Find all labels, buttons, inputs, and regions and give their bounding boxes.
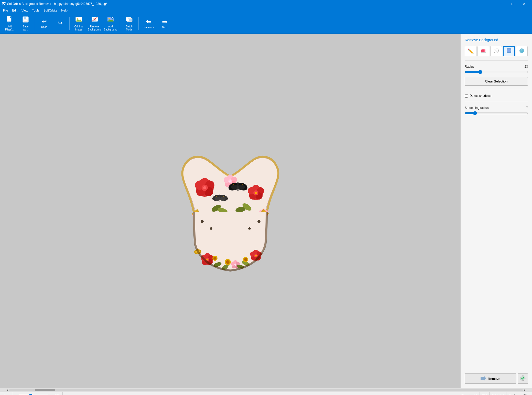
scroll-right-button[interactable]: ▶ [523, 388, 527, 392]
svg-point-16 [108, 18, 110, 19]
add-file-button[interactable]: + Add File(s)... [2, 15, 17, 32]
dimensions-label: 1280x848 [492, 394, 504, 395]
smoothing-label: Smoothing radius [465, 106, 488, 110]
svg-point-115 [226, 260, 230, 264]
remove-bg-icon [91, 16, 98, 24]
smoothing-slider[interactable] [465, 111, 528, 115]
dimensions-section: 1280x848 [490, 392, 506, 395]
svg-point-99 [255, 255, 257, 257]
divider-3 [465, 102, 528, 102]
scroll-track[interactable] [9, 389, 523, 391]
scrollbar-area: ◀ ▶ [0, 388, 532, 392]
magic-erase-button[interactable] [516, 46, 528, 56]
view-controls: ⊞ ▭ [2, 392, 12, 395]
tool-buttons: ✏️ [465, 46, 528, 56]
erase-brush-icon [481, 48, 486, 55]
undo-redo-button[interactable]: ↪ [52, 15, 68, 32]
action-icons: ℹ ⬇ ↑ 🎬 [506, 392, 530, 395]
undo-icon: ↩ [42, 18, 47, 25]
undo-button[interactable]: ↩ Undo [37, 15, 52, 32]
original-image-button[interactable]: Original Image [71, 15, 86, 32]
canvas-area[interactable] [0, 34, 460, 388]
format-section: JPG [480, 392, 490, 395]
add-bg-icon [107, 16, 114, 24]
menu-bar: File Edit View Tools SoftOrbits Help [0, 8, 532, 13]
detect-shadows-row: Detect shadows [465, 94, 528, 98]
smoothing-section: Smoothing radius 7 [465, 106, 528, 115]
menu-softorbits[interactable]: SoftOrbits [41, 8, 59, 13]
svg-point-47 [233, 184, 234, 185]
menu-edit[interactable]: Edit [10, 8, 19, 13]
zoom-in-button[interactable]: ＋ [50, 394, 53, 395]
divider-2 [465, 90, 528, 90]
time-label: Time (s): [461, 394, 472, 395]
video-icon[interactable]: 🎬 [523, 394, 527, 395]
svg-point-48 [242, 184, 243, 185]
toolbar-sep-2 [69, 17, 70, 30]
remove-background-button[interactable]: Remove Background [87, 15, 102, 32]
add-bg-label: Add Background [104, 25, 117, 31]
next-label: Next [162, 26, 168, 29]
svg-point-91 [206, 259, 208, 261]
share-icon[interactable]: ↑ [519, 394, 520, 395]
svg-point-41 [229, 180, 231, 182]
svg-line-124 [495, 49, 498, 52]
menu-tools[interactable]: Tools [30, 8, 41, 13]
svg-point-10 [77, 18, 78, 19]
svg-point-62 [255, 192, 257, 194]
main-area: Remove Background ✏️ [0, 34, 532, 388]
svg-point-117 [213, 257, 216, 260]
batch-mode-button[interactable]: Batch Mode [122, 15, 137, 32]
save-as-button[interactable]: Save as... [18, 15, 33, 32]
eraser-button[interactable] [490, 46, 502, 56]
panel-title: Remove Background [465, 38, 528, 42]
go-button[interactable] [518, 373, 528, 384]
radius-slider[interactable] [465, 70, 528, 74]
next-button[interactable]: ➡ Next [158, 15, 172, 32]
scroll-thumb[interactable] [35, 389, 55, 391]
svg-text:+: + [8, 22, 9, 23]
menu-help[interactable]: Help [59, 8, 70, 13]
keep-brush-icon: ✏️ [468, 48, 474, 54]
remove-button[interactable]: Remove [465, 373, 516, 384]
info-icon[interactable]: ℹ [509, 394, 511, 395]
remove-row: Remove [465, 373, 528, 384]
redo-icon: ↪ [58, 20, 63, 26]
magic-select-button[interactable] [503, 46, 515, 56]
view-icon: ⊞ [4, 394, 6, 395]
svg-point-106 [234, 264, 236, 266]
go-icon [520, 375, 526, 382]
title-bar: 🖼 SoftOrbits Background Remover - happy-… [0, 0, 532, 8]
keep-brush-button[interactable]: ✏️ [465, 46, 476, 56]
previous-button[interactable]: ⬅ Previous [140, 15, 157, 32]
zoom-controls: － ＋ 85% [12, 392, 63, 395]
save-icon [22, 16, 29, 24]
smoothing-value: 7 [526, 106, 528, 110]
clear-selection-button[interactable]: Clear Selection [465, 77, 528, 86]
svg-rect-7 [24, 20, 27, 21]
erase-brush-button[interactable] [477, 46, 489, 56]
close-button[interactable]: ✕ [518, 0, 530, 8]
download-icon[interactable]: ⬇ [514, 394, 516, 395]
original-image-icon [75, 16, 82, 24]
menu-view[interactable]: View [19, 8, 30, 13]
svg-point-69 [223, 196, 224, 197]
zoom-out-button[interactable]: － [14, 394, 17, 395]
window-title: SoftOrbits Background Remover - happy-bi… [7, 2, 107, 6]
scroll-left-button[interactable]: ◀ [5, 388, 9, 392]
minimize-button[interactable]: ─ [495, 0, 506, 8]
zoom-slider[interactable] [18, 394, 49, 395]
svg-rect-24 [129, 19, 132, 21]
menu-file[interactable]: File [1, 8, 10, 13]
app-icon: 🖼 [2, 2, 6, 6]
add-background-button[interactable]: Add Background [103, 15, 118, 32]
detect-shadows-checkbox[interactable] [465, 94, 468, 98]
maximize-button[interactable]: □ [506, 0, 518, 8]
svg-point-132 [521, 49, 522, 50]
svg-rect-5 [24, 17, 26, 19]
next-arrow-icon: ➡ [162, 18, 168, 25]
remove-arrow-icon [481, 376, 486, 381]
svg-point-68 [216, 196, 217, 197]
detect-shadows-label[interactable]: Detect shadows [470, 94, 491, 98]
right-panel: Remove Background ✏️ [460, 34, 532, 388]
